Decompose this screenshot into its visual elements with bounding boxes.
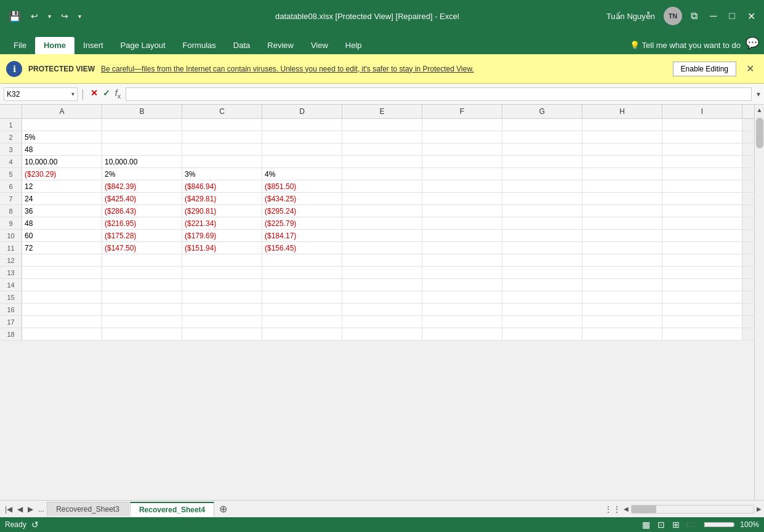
close-button[interactable]: ✕	[744, 8, 759, 25]
undo-button[interactable]: ↩	[27, 9, 42, 23]
add-sheet-button[interactable]: ⊕	[215, 502, 231, 516]
h-scroll-left-button[interactable]: ◀	[624, 506, 629, 512]
restore-window-button[interactable]: ⧉	[687, 8, 701, 24]
cell[interactable]	[102, 279, 182, 291]
col-header-b[interactable]: B	[102, 105, 182, 118]
cell[interactable]	[582, 254, 662, 266]
cell[interactable]: ($842.39)	[102, 180, 182, 192]
cell[interactable]	[182, 316, 262, 328]
cell[interactable]	[502, 217, 582, 229]
cell[interactable]	[342, 143, 422, 155]
cell[interactable]	[582, 119, 662, 131]
cell[interactable]	[422, 131, 502, 143]
zoom-slider[interactable]	[686, 520, 735, 530]
cell[interactable]	[22, 119, 102, 131]
h-scroll-right-button[interactable]: ▶	[757, 506, 762, 512]
cell[interactable]: 48	[22, 143, 102, 155]
cell[interactable]	[262, 143, 342, 155]
cell[interactable]: 10,000.00	[102, 156, 182, 167]
cell[interactable]	[502, 328, 582, 340]
scrollbar-thumb[interactable]	[756, 118, 763, 148]
col-header-e[interactable]: E	[342, 105, 422, 118]
cell[interactable]	[262, 291, 342, 303]
cell[interactable]: 2%	[102, 168, 182, 180]
confirm-formula-icon[interactable]: ✓	[103, 88, 110, 100]
cell[interactable]	[342, 131, 422, 143]
cell[interactable]: ($846.94)	[182, 180, 262, 192]
cell[interactable]: 36	[22, 205, 102, 217]
cell[interactable]	[502, 193, 582, 204]
cell[interactable]	[342, 254, 422, 266]
cell[interactable]: ($175.28)	[102, 230, 182, 241]
cell[interactable]	[662, 119, 742, 131]
cell[interactable]: 24	[22, 193, 102, 204]
cell[interactable]: ($221.34)	[182, 217, 262, 229]
cell[interactable]	[502, 316, 582, 328]
cell[interactable]	[662, 242, 742, 254]
col-header-d[interactable]: D	[262, 105, 342, 118]
cell[interactable]: ($286.43)	[102, 205, 182, 217]
cell[interactable]	[182, 119, 262, 131]
cell[interactable]	[662, 254, 742, 266]
cell[interactable]	[102, 304, 182, 315]
cell[interactable]	[22, 316, 102, 328]
cell[interactable]	[342, 193, 422, 204]
cell[interactable]	[422, 168, 502, 180]
cell[interactable]	[422, 304, 502, 315]
cell[interactable]	[662, 143, 742, 155]
cell[interactable]: ($851.50)	[262, 180, 342, 192]
cell[interactable]: ($425.40)	[102, 193, 182, 204]
cell[interactable]	[662, 316, 742, 328]
cell[interactable]	[502, 254, 582, 266]
cell[interactable]: ($290.81)	[182, 205, 262, 217]
cell[interactable]	[582, 168, 662, 180]
h-scrollbar-thumb[interactable]	[632, 506, 656, 513]
vertical-scrollbar[interactable]: ▲	[754, 105, 764, 500]
cell[interactable]	[662, 193, 742, 204]
cell[interactable]: 48	[22, 217, 102, 229]
cell[interactable]	[662, 180, 742, 192]
cell[interactable]	[502, 205, 582, 217]
cell[interactable]	[662, 205, 742, 217]
tab-formulas[interactable]: Formulas	[174, 37, 225, 54]
cell[interactable]	[422, 193, 502, 204]
scroll-up-icon[interactable]: ▲	[755, 105, 764, 115]
function-icon[interactable]: fx	[115, 88, 121, 100]
cell[interactable]	[102, 131, 182, 143]
cell[interactable]: ($295.24)	[262, 205, 342, 217]
redo-button[interactable]: ↪	[57, 9, 72, 23]
cell[interactable]	[102, 328, 182, 340]
cell[interactable]	[262, 328, 342, 340]
cell[interactable]	[662, 328, 742, 340]
cell[interactable]: 5%	[22, 131, 102, 143]
cell[interactable]	[342, 316, 422, 328]
col-header-f[interactable]: F	[422, 105, 502, 118]
cell[interactable]: ($147.50)	[102, 242, 182, 254]
cell[interactable]	[102, 254, 182, 266]
horizontal-scrollbar[interactable]	[631, 505, 754, 514]
cell[interactable]	[22, 254, 102, 266]
minimize-button[interactable]: ─	[706, 8, 720, 24]
cell[interactable]	[262, 254, 342, 266]
cell[interactable]: ($184.17)	[262, 230, 342, 241]
sheet-tab-0[interactable]: Recovered_Sheet3	[47, 502, 129, 516]
cell[interactable]	[422, 267, 502, 278]
cell[interactable]	[502, 143, 582, 155]
cell[interactable]	[582, 279, 662, 291]
cell[interactable]	[102, 267, 182, 278]
normal-view-button[interactable]: ▦	[641, 518, 651, 531]
cell[interactable]	[422, 119, 502, 131]
cell[interactable]	[182, 254, 262, 266]
cell[interactable]	[342, 242, 422, 254]
tell-me-area[interactable]: 💡 Tell me what you want to do	[630, 41, 741, 50]
cell[interactable]	[582, 242, 662, 254]
cell[interactable]	[582, 304, 662, 315]
sheet-nav-prev-button[interactable]: ◀	[15, 504, 25, 515]
cell[interactable]	[422, 328, 502, 340]
formula-input[interactable]	[126, 87, 752, 101]
cell[interactable]: 72	[22, 242, 102, 254]
cell[interactable]	[262, 316, 342, 328]
cell[interactable]: 12	[22, 180, 102, 192]
cell[interactable]	[342, 168, 422, 180]
cell[interactable]: ($225.79)	[262, 217, 342, 229]
